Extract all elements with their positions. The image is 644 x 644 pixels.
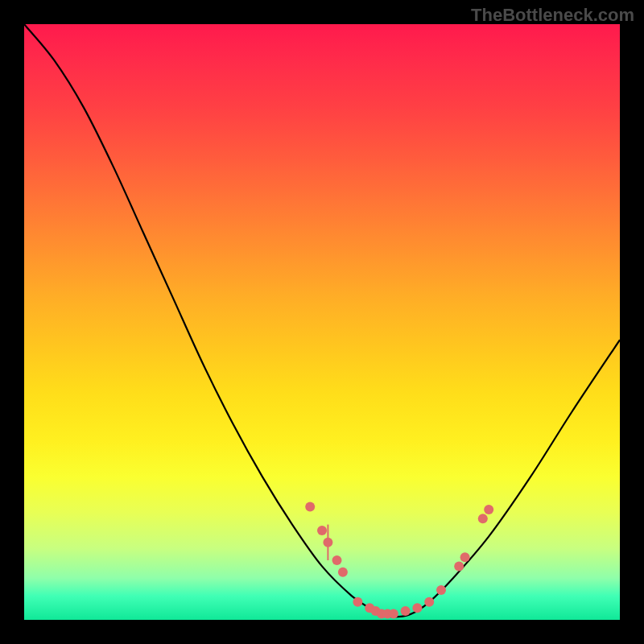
data-point: [454, 561, 464, 571]
data-point: [478, 514, 488, 523]
data-point: [484, 505, 493, 514]
data-point: [401, 606, 411, 616]
data-point: [338, 568, 348, 577]
data-point: [436, 585, 446, 595]
data-point: [305, 502, 315, 511]
data-point: [332, 555, 342, 565]
scatter-markers: [305, 502, 493, 618]
watermark-text: TheBottleneck.com: [471, 5, 634, 26]
data-point: [460, 552, 470, 562]
data-point: [424, 597, 434, 607]
data-point: [323, 538, 332, 547]
data-point: [412, 603, 422, 613]
chart-container: TheBottleneck.com: [0, 0, 644, 644]
chart-svg: [24, 24, 620, 620]
plot-area: [24, 24, 620, 620]
data-point: [317, 526, 327, 535]
data-point: [389, 609, 398, 619]
data-point: [353, 597, 362, 607]
